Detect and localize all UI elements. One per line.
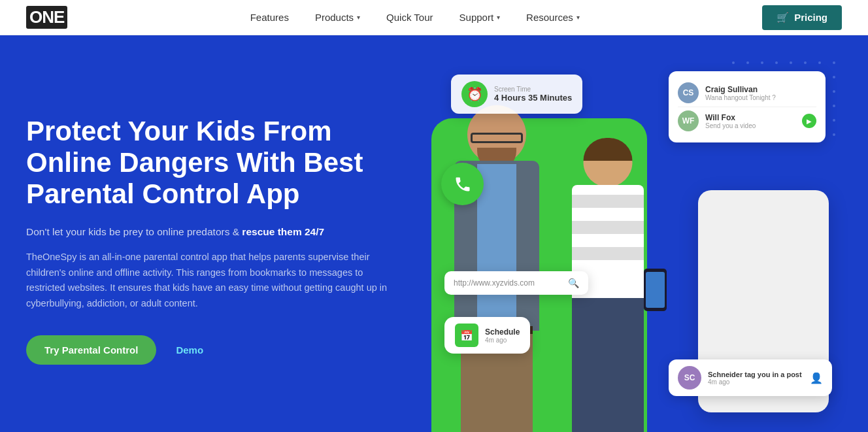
adult-person <box>431 105 562 432</box>
nav-links: Features Products ▾ Quick Tour Support ▾… <box>237 0 593 35</box>
notif-text: Schneider tag you in a post 4m ago <box>708 371 802 386</box>
chat-row-1: CS Craig Sullivan Wana hangout Tonight ? <box>678 79 816 107</box>
chevron-down-icon: ▾ <box>497 0 500 35</box>
hero-right: ⏰ Screen Time 4 Hours 35 Minutes http://… <box>418 35 868 432</box>
person-icon: 👤 <box>810 372 823 384</box>
demo-link[interactable]: Demo <box>176 344 203 356</box>
nav-link-features[interactable]: Features <box>237 0 302 35</box>
hero-buttons: Try Parental Control Demo <box>26 335 392 365</box>
nav-item-resources[interactable]: Resources ▾ <box>513 0 593 35</box>
screen-time-card: ⏰ Screen Time 4 Hours 35 Minutes <box>451 75 582 114</box>
try-parental-control-button[interactable]: Try Parental Control <box>26 335 156 365</box>
navbar: ONE Features Products ▾ Quick Tour Suppo… <box>0 0 868 35</box>
hero-description: TheOneSpy is an all-in-one parental cont… <box>26 250 392 312</box>
notif-avatar: SC <box>678 366 701 390</box>
schedule-icon: 📅 <box>455 324 478 347</box>
chevron-down-icon: ▾ <box>357 0 360 35</box>
hero-title: Protect Your Kids From Online Dangers Wi… <box>26 116 392 210</box>
nav-link-support[interactable]: Support ▾ <box>446 0 514 35</box>
cart-icon: 🛒 <box>776 12 789 24</box>
nav-item-support[interactable]: Support ▾ <box>446 0 514 35</box>
chat-avatar-1: CS <box>678 82 699 103</box>
nav-link-resources[interactable]: Resources ▾ <box>513 0 593 35</box>
nav-link-products[interactable]: Products ▾ <box>302 0 373 35</box>
schedule-text: Schedule 4m ago <box>485 327 520 344</box>
people-illustration <box>431 92 641 432</box>
screen-time-text: Screen Time 4 Hours 35 Minutes <box>494 86 572 103</box>
nav-link-quick-tour[interactable]: Quick Tour <box>373 0 446 35</box>
nav-item-products[interactable]: Products ▾ <box>302 0 373 35</box>
chat-card: CS Craig Sullivan Wana hangout Tonight ?… <box>669 71 826 142</box>
url-bar-card: http://www.xyzvids.com 🔍 <box>444 271 588 295</box>
play-icon: ▶ <box>802 114 816 128</box>
chat-info-2: Will Fox Send you a video <box>705 113 756 129</box>
hero-left: Protect Your Kids From Online Dangers Wi… <box>0 35 418 432</box>
nav-item-features[interactable]: Features <box>237 0 302 35</box>
clock-icon: ⏰ <box>461 81 488 107</box>
nav-item-quick-tour[interactable]: Quick Tour <box>373 0 446 35</box>
chat-avatar-2: WF <box>678 110 699 131</box>
logo[interactable]: ONE <box>26 6 67 29</box>
pricing-button[interactable]: 🛒 Pricing <box>762 5 842 30</box>
chevron-down-icon: ▾ <box>576 0 580 35</box>
search-icon: 🔍 <box>568 278 579 288</box>
chat-info-1: Craig Sullivan Wana hangout Tonight ? <box>705 85 776 101</box>
schedule-card: 📅 Schedule 4m ago <box>444 317 530 354</box>
phone-icon <box>454 175 472 193</box>
logo-text: ONE <box>26 6 67 29</box>
chat-row-2: WF Will Fox Send you a video ▶ <box>678 107 816 135</box>
hero-subtitle: Don't let your kids be prey to online pr… <box>26 226 392 238</box>
phone-call-icon-card <box>441 163 484 205</box>
notification-card: SC Schneider tag you in a post 4m ago 👤 <box>669 359 832 396</box>
hero-section: Protect Your Kids From Online Dangers Wi… <box>0 35 868 432</box>
